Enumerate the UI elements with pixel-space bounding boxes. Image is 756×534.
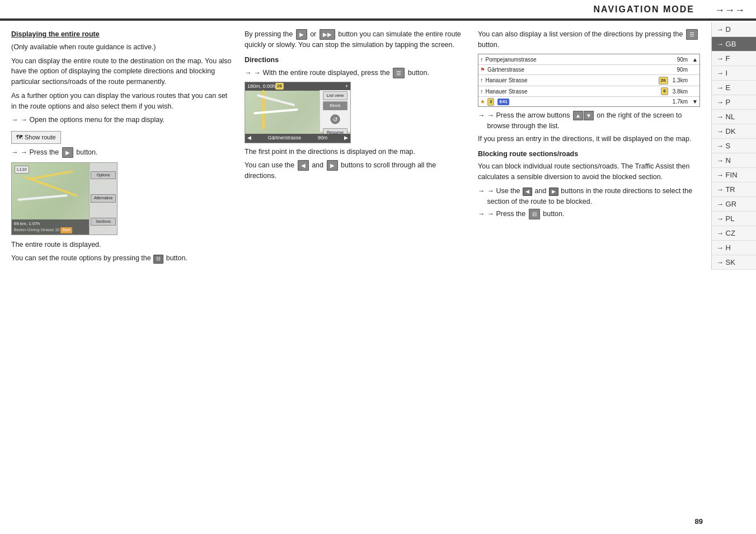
sidebar-item-h[interactable]: → H: [712, 241, 756, 255]
sidebar-item-gb[interactable]: → GB: [712, 37, 756, 51]
col2-directions-title: Directions: [245, 55, 467, 65]
start-badge[interactable]: Start: [60, 227, 72, 233]
col2-p2: You can use the ◀ and ▶ buttons to scrol…: [245, 160, 467, 181]
col3-blocking-title: Blocking route sections/roads: [478, 149, 700, 160]
sidebar-item-nl[interactable]: → NL: [712, 110, 756, 124]
road-badge-e41: E41: [497, 99, 509, 105]
arrow-icon-col2: →: [245, 68, 252, 78]
arrow-icon-col3-2: →: [478, 186, 485, 196]
directions-table-wrap: ↑ Pompejanumstrasse 90m ▲ ⚑ Gärtnerstras…: [478, 54, 700, 107]
sidebar-item-n[interactable]: → N: [712, 153, 756, 168]
col1-p1: (Only available when route guidance is a…: [11, 42, 233, 53]
bottom-road-name: Gärtnerstrasse: [268, 134, 302, 142]
arrow-icon-col3-3: →: [478, 209, 485, 219]
press-button-icon: ▶: [62, 147, 73, 158]
sidebar-item-p[interactable]: → P: [712, 95, 756, 110]
map-road-1: [29, 170, 73, 180]
route-map-controls: Options Alternative Sections: [89, 163, 117, 235]
dir-star-icon: ★: [480, 97, 485, 106]
alternative-button[interactable]: Alternative: [91, 194, 116, 203]
column-1: Displaying the entire route (Only availa…: [11, 29, 233, 267]
page-number: 89: [695, 517, 703, 526]
dir-row-5: ★ 3 E41 1.7km ▼: [478, 97, 699, 106]
sidebar-item-gr[interactable]: → GR: [712, 197, 756, 212]
left-btn-inline: ◀: [523, 188, 532, 196]
col1-arrow1: → → Open the options menu for the map di…: [11, 115, 233, 125]
dir-flag-icon: ⚑: [480, 65, 485, 74]
col1-p2: You can display the entire route to the …: [11, 56, 233, 87]
sections-button[interactable]: Sections: [91, 218, 116, 226]
next-btn[interactable]: ▶: [344, 134, 348, 142]
fast-forward-btn2: ▶▶: [320, 29, 335, 40]
nav-road-3: [253, 108, 298, 114]
road-badge-26: 26: [659, 77, 668, 85]
column-2: By pressing the ▶ or ▶▶ button you can s…: [245, 29, 467, 267]
col1-p3: As a further option you can display the …: [11, 91, 233, 112]
col1-p4: You can set the route options by pressin…: [11, 253, 233, 264]
dir-row-3: ↑ Hanauer Strasse 26 1.3km: [478, 75, 699, 86]
circle-icon: ↺: [330, 114, 341, 125]
up-btn[interactable]: ▲: [573, 111, 583, 120]
col2-caption1: The first point in the directions is dis…: [245, 147, 467, 157]
road-badge-l110: L110: [15, 166, 29, 174]
dir-row-4: ↑ Hanauer Strasse 8 3.8km: [478, 86, 699, 97]
sidebar-item-d[interactable]: → D: [712, 22, 756, 37]
svg-text:↺: ↺: [333, 116, 337, 123]
sidebar-item-i[interactable]: → I: [712, 66, 756, 81]
nav-badge: 26: [275, 83, 284, 90]
sidebar-item-s[interactable]: → S: [712, 139, 756, 153]
col2-p1: By pressing the ▶ or ▶▶ button you can s…: [245, 29, 467, 50]
arrow-icon-2: →: [11, 147, 18, 158]
show-route-button[interactable]: 🗺 Show route: [11, 131, 61, 144]
right-sidebar: → D → GB → F → I → E → P → NL → DK → S →…: [711, 22, 756, 270]
prev-btn[interactable]: ◀: [247, 134, 251, 142]
col3-p2: If you press an entry in the directions,…: [478, 134, 700, 144]
col2-arrow1: → → With the entire route displayed, pre…: [245, 68, 467, 78]
list-btn-col3: ☰: [686, 29, 698, 40]
nav-map-bg: 180m, 0:00h 26 + List view Block ↺: [245, 82, 350, 143]
route-map-image: Options Alternative Sections 69 km, 1:07…: [11, 162, 118, 235]
route-icon: 🗺: [16, 133, 22, 142]
arrow-icon-col3-1: →: [478, 110, 485, 121]
col3-p1: You can also display a list version of t…: [478, 29, 700, 50]
sidebar-item-f[interactable]: → F: [712, 51, 756, 66]
list-view-btn[interactable]: List view: [323, 91, 348, 100]
block-btn[interactable]: Block: [323, 101, 348, 110]
directions-table: ↑ Pompejanumstrasse 90m ▲ ⚑ Gärtnerstras…: [478, 54, 700, 107]
options-button[interactable]: Options: [91, 171, 116, 180]
nav-arrows: →→→: [715, 4, 745, 16]
page-header: NAVIGATION MODE →→→: [0, 0, 756, 20]
column-3: You can also display a list version of t…: [478, 29, 700, 267]
col3-arrow1: → → Press the arrow buttons ▲ ▼ on the r…: [478, 110, 700, 132]
dir-arrow-icon-4: ↑: [480, 87, 483, 96]
col3-arrow2: → → Use the ◀ and ▶ buttons in the route…: [478, 186, 700, 207]
nav-map-right-panel: List view Block ↺ Resume: [320, 90, 350, 132]
nav-map-image: 180m, 0:00h 26 + List view Block ↺: [245, 82, 351, 143]
sidebar-item-cz[interactable]: → CZ: [712, 226, 756, 241]
route-map-bg: Options Alternative Sections 69 km, 1:07…: [12, 163, 117, 235]
sidebar-item-dk[interactable]: → DK: [712, 124, 756, 139]
sidebar-item-fin[interactable]: → FIN: [712, 168, 756, 182]
sidebar-item-pl[interactable]: → PL: [712, 212, 756, 226]
sidebar-item-sk[interactable]: → SK: [712, 255, 756, 270]
main-content: Displaying the entire route (Only availa…: [0, 21, 711, 275]
sidebar-item-tr[interactable]: → TR: [712, 182, 756, 197]
down-btn[interactable]: ▼: [584, 111, 594, 120]
dir-row-2: ⚑ Gärtnerstrasse 90m: [478, 65, 699, 75]
page-title: NAVIGATION MODE: [593, 4, 694, 15]
col1-section-title: Displaying the entire route: [11, 29, 233, 40]
dir-arrow-icon-1: ↑: [480, 55, 483, 64]
road-badge-8: 8: [661, 87, 668, 95]
sections-btn-inline: ⊟: [153, 255, 163, 264]
scroll-left-btn: ◀: [298, 160, 309, 171]
sidebar-item-e[interactable]: → E: [712, 81, 756, 95]
col3-arrow3: → → Press the ⊟ button.: [478, 209, 700, 219]
dir-arrow-icon-3: ↑: [480, 76, 483, 85]
right-btn-inline: ▶: [549, 188, 558, 196]
nav-map-bottom-bar: ◀ Gärtnerstrasse 90m ▶: [245, 134, 350, 143]
route-map-bottom-bar: 69 km, 1:07h Becker-Göring-Strasse 16 St…: [12, 219, 89, 235]
scroll-right-btn: ▶: [327, 160, 338, 171]
road-badge-3: 3: [487, 98, 494, 106]
fast-forward-btn: ▶: [296, 29, 307, 40]
arrow-icon-1: →: [11, 115, 18, 125]
